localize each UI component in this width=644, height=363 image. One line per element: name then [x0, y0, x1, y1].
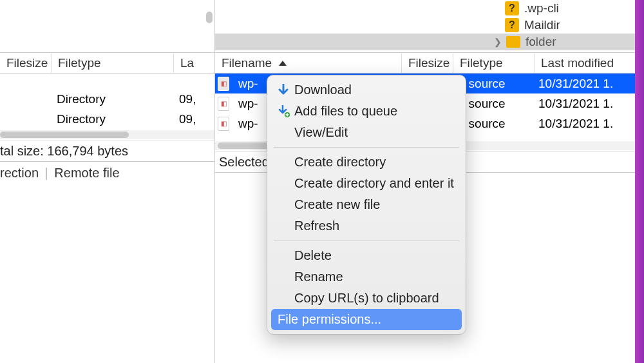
- window-edge: [635, 0, 644, 363]
- tree-item-label: Maildir: [524, 18, 560, 32]
- menu-file-permissions[interactable]: File permissions...: [271, 309, 462, 330]
- cell-lastmod: 10/31/2021 1.: [533, 115, 644, 132]
- menu-label: Create directory: [294, 155, 386, 170]
- menu-label: Copy URL(s) to clipboard: [294, 291, 439, 306]
- menu-label: Create directory and enter it: [294, 176, 454, 191]
- menu-separator: [274, 240, 459, 241]
- remote-tree[interactable]: ? .wp-cli ? Maildir ❯ folder: [215, 0, 644, 53]
- menu-label: Refresh: [294, 219, 339, 233]
- scrollbar-thumb[interactable]: [0, 132, 129, 138]
- col-direction: rection: [0, 166, 39, 180]
- cell-filesize: [0, 98, 52, 101]
- menu-refresh[interactable]: Refresh: [267, 215, 466, 237]
- col-filesize[interactable]: Filesize: [0, 54, 52, 73]
- menu-label: Rename: [294, 270, 343, 284]
- question-folder-icon: ?: [505, 1, 519, 15]
- cell-lastmod: 09,: [174, 111, 206, 128]
- scrollbar-horizontal[interactable]: [0, 130, 214, 139]
- local-panel: Filesize Filetype La Directory 09, Direc…: [0, 0, 215, 363]
- file-icon: ◧: [218, 97, 229, 111]
- transfer-queue-header: rection | Remote file: [0, 162, 214, 181]
- folder-icon: [506, 36, 520, 48]
- download-plus-icon: [278, 105, 294, 118]
- menu-download[interactable]: Download: [267, 79, 466, 101]
- list-row[interactable]: Directory 09,: [0, 109, 214, 129]
- menu-rename[interactable]: Rename: [267, 266, 466, 288]
- cell-lastmod: 09,: [174, 91, 206, 108]
- remote-list-header: Filename Filesize Filetype Last modified: [215, 53, 644, 74]
- tree-item[interactable]: ? .wp-cli: [215, 0, 644, 17]
- tree-item-label: folder: [526, 35, 556, 49]
- context-menu: Download Add files to queue View/Edit Cr…: [267, 75, 466, 335]
- menu-label: Download: [294, 83, 352, 97]
- cell-filetype: Directory: [52, 91, 174, 108]
- col-filetype[interactable]: Filetype: [52, 54, 174, 73]
- scrollbar-vertical[interactable]: [206, 0, 213, 35]
- cell-filetype: Directory: [52, 111, 174, 128]
- menu-add-to-queue[interactable]: Add files to queue: [267, 101, 466, 122]
- menu-label: Add files to queue: [294, 104, 397, 119]
- col-lastmod[interactable]: Last modified: [535, 54, 644, 73]
- menu-copy-url[interactable]: Copy URL(s) to clipboard: [267, 288, 466, 309]
- file-icon: ◧: [218, 117, 229, 131]
- local-list-header: Filesize Filetype La: [0, 53, 214, 74]
- menu-create-file[interactable]: Create new file: [267, 194, 466, 215]
- tree-item-selected[interactable]: ❯ folder: [215, 34, 644, 50]
- question-folder-icon: ?: [505, 18, 519, 32]
- sort-asc-icon: [278, 59, 288, 67]
- col-lastmod[interactable]: La: [174, 54, 206, 73]
- menu-delete[interactable]: Delete: [267, 245, 466, 266]
- col-filesize[interactable]: Filesize: [402, 54, 453, 73]
- col-remotefile: Remote file: [54, 166, 119, 180]
- menu-label: Create new file: [294, 197, 380, 212]
- menu-label: File permissions...: [278, 312, 381, 327]
- local-status: tal size: 166,794 bytes: [0, 141, 214, 162]
- scrollbar-thumb[interactable]: [206, 12, 213, 23]
- divider: |: [45, 166, 48, 180]
- menu-view-edit[interactable]: View/Edit: [267, 122, 466, 143]
- local-file-list[interactable]: Directory 09, Directory 09,: [0, 74, 214, 129]
- chevron-right-icon[interactable]: ❯: [493, 37, 502, 46]
- menu-create-directory[interactable]: Create directory: [267, 152, 466, 173]
- file-icon: ◧: [218, 77, 229, 91]
- list-row[interactable]: Directory 09,: [0, 89, 214, 109]
- cell-lastmod: 10/31/2021 1.: [533, 75, 644, 92]
- menu-separator: [274, 147, 459, 148]
- local-tree[interactable]: [0, 0, 214, 53]
- menu-create-directory-enter[interactable]: Create directory and enter it: [267, 173, 466, 194]
- col-filename-label: Filename: [222, 56, 272, 70]
- col-filename[interactable]: Filename: [215, 54, 402, 73]
- menu-label: View/Edit: [294, 125, 348, 140]
- list-row[interactable]: [0, 74, 214, 89]
- download-icon: [278, 84, 294, 97]
- cell-filesize: [0, 118, 52, 121]
- cell-lastmod: 10/31/2021 1.: [533, 95, 644, 112]
- menu-label: Delete: [294, 248, 332, 263]
- col-filetype[interactable]: Filetype: [453, 54, 535, 73]
- tree-item[interactable]: ? Maildir: [215, 17, 644, 34]
- tree-item-label: .wp-cli: [524, 1, 559, 15]
